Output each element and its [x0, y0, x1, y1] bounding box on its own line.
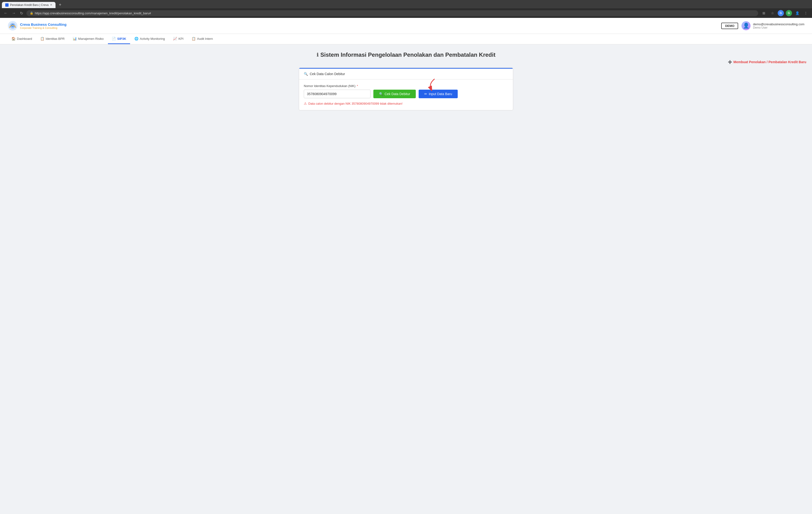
user-role: Demo User — [753, 26, 804, 29]
clipboard-icon: 📋 — [40, 37, 44, 40]
required-indicator: * — [357, 84, 358, 88]
tab-title: Penolakan Kredit Baru | Creva — [10, 3, 49, 7]
nav-label-dashboard: Dashboard — [17, 37, 32, 40]
nav-label-kpi: KPI — [178, 37, 183, 40]
demo-badge[interactable]: DEMO — [721, 23, 738, 29]
tab-favicon — [5, 3, 8, 7]
nav-label-sip3k: SIP3K — [117, 37, 126, 40]
address-bar[interactable]: 🔒 https://app.crevabusinessconsulting.co… — [26, 10, 758, 16]
card-body: Nomor Identitas Kependudukan (NIK) * 🔍 C… — [299, 79, 513, 110]
input-button-wrapper: ✏ Input Data Baru — [418, 90, 458, 98]
url-text: https://app.crevabusinessconsulting.com/… — [35, 11, 151, 15]
sidebar-item-identitas-bpr[interactable]: 📋 Identitas BPR — [36, 34, 68, 44]
user-avatar: 👤 — [742, 21, 751, 30]
sidebar-item-audit-intern[interactable]: 📋 Audit Intern — [188, 34, 217, 44]
browser-actions: ⊞ ☆ G G 👤 ⋮ — [760, 10, 809, 17]
app-container: C Creva Business Consulting Corporate Tr… — [0, 18, 812, 514]
browser-tab-bar: Penolakan Kredit Baru | Creva ✕ + — [0, 0, 812, 8]
user-info: 👤 demo@crevabusinessconsulting.com Demo … — [742, 21, 804, 30]
user-email: demo@crevabusinessconsulting.com — [753, 22, 804, 26]
form-row: 🔍 Cek Data Debitur ✏ Input Data Baru — [304, 90, 508, 98]
form-label: Nomor Identitas Kependudukan (NIK) * — [304, 84, 508, 88]
globe-icon: 🌐 — [135, 37, 139, 40]
main-card: 🔍 Cek Data Calon Debitur Nomor Identitas… — [299, 68, 513, 110]
refresh-button[interactable]: ↻ — [19, 10, 24, 16]
translate-icon[interactable]: ⊞ — [760, 10, 767, 17]
cek-data-debitur-button[interactable]: 🔍 Cek Data Debitur — [373, 90, 416, 98]
logo-icon: C — [8, 21, 18, 31]
page-title: ℹ Sistem Informasi Pengelolaan Penolakan… — [5, 52, 807, 58]
search-icon-btn: 🔍 — [379, 92, 383, 96]
browser-address-bar: ← → ↻ 🔒 https://app.crevabusinessconsult… — [0, 8, 812, 18]
page-title-text: Sistem Informasi Pengelolaan Penolakan d… — [320, 52, 496, 58]
error-text: Data calon debitur dengan NIK 3578080904… — [308, 102, 402, 105]
chart-icon: 📊 — [73, 37, 77, 40]
tab-close-button[interactable]: ✕ — [50, 3, 52, 6]
card-header-label: Cek Data Calon Debitur — [310, 72, 345, 76]
input-data-baru-button[interactable]: ✏ Input Data Baru — [418, 90, 458, 98]
sidebar-item-dashboard[interactable]: 🏠 Dashboard — [8, 34, 36, 44]
sidebar-item-sip3k[interactable]: 📄 SIP3K — [108, 34, 130, 44]
profile-circle-2[interactable]: G — [786, 10, 792, 16]
search-icon-header: 🔍 — [304, 72, 308, 76]
sidebar-item-kpi[interactable]: 📈 KPI — [169, 34, 187, 44]
nav-label-manajemen-risiko: Manajemen Risiko — [78, 37, 104, 40]
kpi-icon: 📈 — [173, 37, 177, 40]
browser-chrome: Penolakan Kredit Baru | Creva ✕ + ← → ↻ … — [0, 0, 812, 18]
sidebar-item-manajemen-risiko[interactable]: 📊 Manajemen Risiko — [69, 34, 108, 44]
nav-label-activity-monitoring: Activity Monitoring — [140, 37, 165, 40]
document-icon: 📄 — [112, 37, 116, 40]
bookmark-icon[interactable]: ☆ — [769, 10, 776, 17]
header-right: DEMO 👤 demo@crevabusinessconsulting.com … — [721, 21, 804, 30]
error-message: ⚠ Data calon debitur dengan NIK 35780809… — [304, 102, 508, 105]
app-nav: 🏠 Dashboard 📋 Identitas BPR 📊 Manajemen … — [0, 34, 812, 44]
nik-input[interactable] — [304, 90, 371, 98]
logo-text-area: Creva Business Consulting Corporate Trai… — [20, 22, 66, 29]
card-header: 🔍 Cek Data Calon Debitur — [299, 68, 513, 79]
page-title-area: ℹ Sistem Informasi Pengelolaan Penolakan… — [5, 52, 807, 58]
lock-icon: 🔒 — [30, 11, 33, 15]
nav-label-audit-intern: Audit Intern — [197, 37, 213, 40]
forward-button[interactable]: → — [11, 10, 17, 16]
app-header: C Creva Business Consulting Corporate Tr… — [0, 18, 812, 34]
company-subtitle: Corporate Training & Consulting — [20, 26, 66, 29]
menu-button[interactable]: ⋮ — [803, 10, 809, 17]
info-icon: ℹ — [317, 52, 319, 58]
logo-area: C Creva Business Consulting Corporate Tr… — [8, 21, 66, 31]
browser-tab-active[interactable]: Penolakan Kredit Baru | Creva ✕ — [2, 2, 56, 8]
user-button[interactable]: 👤 — [794, 10, 801, 17]
back-button[interactable]: ← — [3, 10, 8, 16]
btn-check-label: Cek Data Debitur — [384, 92, 410, 96]
error-icon: ⚠ — [304, 102, 307, 105]
main-content: ℹ Sistem Informasi Pengelolaan Penolakan… — [0, 44, 812, 514]
page-subtitle-text: Membuat Penolakan / Pembatalan Kredit Ba… — [733, 60, 806, 64]
page-subtitle[interactable]: ➕ Membuat Penolakan / Pembatalan Kredit … — [5, 60, 807, 64]
btn-input-label: Input Data Baru — [429, 92, 452, 96]
pencil-icon: ✏ — [424, 92, 427, 96]
profile-circle[interactable]: G — [778, 10, 784, 16]
nav-label-identitas-bpr: Identitas BPR — [46, 37, 65, 40]
audit-icon: 📋 — [192, 37, 196, 40]
home-icon: 🏠 — [11, 37, 16, 40]
user-details: demo@crevabusinessconsulting.com Demo Us… — [753, 22, 804, 29]
plus-icon: ➕ — [728, 60, 732, 64]
sidebar-item-activity-monitoring[interactable]: 🌐 Activity Monitoring — [130, 34, 169, 44]
new-tab-button[interactable]: + — [56, 1, 64, 8]
company-name: Creva Business Consulting — [20, 22, 66, 26]
